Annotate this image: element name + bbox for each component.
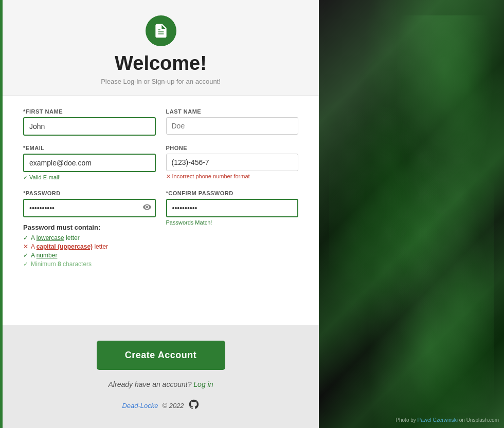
photo-author[interactable]: Pawel Czerwinski <box>418 417 458 423</box>
passwords-match-msg: Passwords Match! <box>166 219 299 226</box>
phone-group: PHONE ✕ Incorrect phone number format <box>166 145 299 181</box>
password-row: *PASSWORD Password must contain: ✓ A low… <box>23 190 298 269</box>
photo-platform: on Unsplash.com <box>459 417 499 423</box>
email-label: *EMAIL <box>23 145 156 151</box>
first-name-input[interactable] <box>23 117 156 136</box>
check-icon-2: ✓ <box>23 252 28 259</box>
password-wrapper <box>23 199 156 217</box>
email-valid-msg: ✓ Valid E-mail! <box>23 174 156 181</box>
check-icon: ✓ <box>23 234 28 241</box>
password-input[interactable] <box>23 199 156 217</box>
email-group: *EMAIL ✓ Valid E-mail! <box>23 145 156 181</box>
photo-credit: Photo by Pawel Czerwinski on Unsplash.co… <box>395 417 499 423</box>
brand-name: Dead-Locke <box>122 402 158 410</box>
bottom-area: Create Account Already have an account? … <box>3 325 319 428</box>
pwd-requirements-title: Password must contain: <box>23 224 156 231</box>
copyright: © 2022 <box>162 402 184 410</box>
eye-icon[interactable] <box>142 202 152 214</box>
right-panel: Photo by Pawel Czerwinski on Unsplash.co… <box>319 0 504 428</box>
welcome-subtitle: Please Log-in or Sign-up for an account! <box>101 78 221 85</box>
phone-label: PHONE <box>166 145 299 151</box>
github-icon[interactable] <box>188 399 200 413</box>
password-label: *PASSWORD <box>23 190 156 196</box>
name-row: *FIRST NAME LAST NAME <box>23 108 298 136</box>
document-icon <box>153 23 169 39</box>
photo-credit-text: Photo by <box>395 417 417 423</box>
first-name-group: *FIRST NAME <box>23 108 156 136</box>
cross-icon: ✕ <box>23 243 28 250</box>
phone-error-msg: ✕ Incorrect phone number format <box>166 173 299 180</box>
confirm-password-input[interactable] <box>166 199 299 217</box>
login-prompt: Already have an account? Log in <box>109 380 213 388</box>
email-phone-row: *EMAIL ✓ Valid E-mail! PHONE ✕ Incorrect… <box>23 145 298 181</box>
header-section: Welcome! Please Log-in or Sign-up for an… <box>3 0 319 96</box>
phone-input[interactable] <box>166 154 299 171</box>
form-area: *FIRST NAME LAST NAME *EMAIL ✓ Valid E-m… <box>3 96 319 325</box>
confirm-password-group: *CONFIRM PASSWORD Passwords Match! <box>166 190 299 269</box>
welcome-title: Welcome! <box>115 52 207 75</box>
last-name-label: LAST NAME <box>166 108 299 115</box>
password-requirements: Password must contain: ✓ A lowercase let… <box>23 224 156 269</box>
create-account-button[interactable]: Create Account <box>97 341 225 370</box>
password-group: *PASSWORD Password must contain: ✓ A low… <box>23 190 156 269</box>
login-prompt-text: Already have an account? <box>109 380 192 388</box>
pwd-req-uppercase: ✕ A capital (uppercase) letter <box>23 243 156 250</box>
last-name-input[interactable] <box>166 117 299 135</box>
login-link[interactable]: Log in <box>193 380 213 388</box>
footer: Dead-Locke © 2022 <box>122 399 199 413</box>
check-icon-3: ✓ <box>23 260 28 268</box>
pwd-req-min: ✓ Minimum 8 characters <box>23 260 156 268</box>
left-panel: Welcome! Please Log-in or Sign-up for an… <box>0 0 319 428</box>
email-input[interactable] <box>23 154 156 172</box>
logo-icon <box>146 15 176 46</box>
first-name-label: *FIRST NAME <box>23 108 156 115</box>
pwd-req-lowercase: ✓ A lowercase letter <box>23 234 156 241</box>
pwd-req-number: ✓ A number <box>23 252 156 259</box>
confirm-password-label: *CONFIRM PASSWORD <box>166 190 299 196</box>
last-name-group: LAST NAME <box>166 108 299 136</box>
